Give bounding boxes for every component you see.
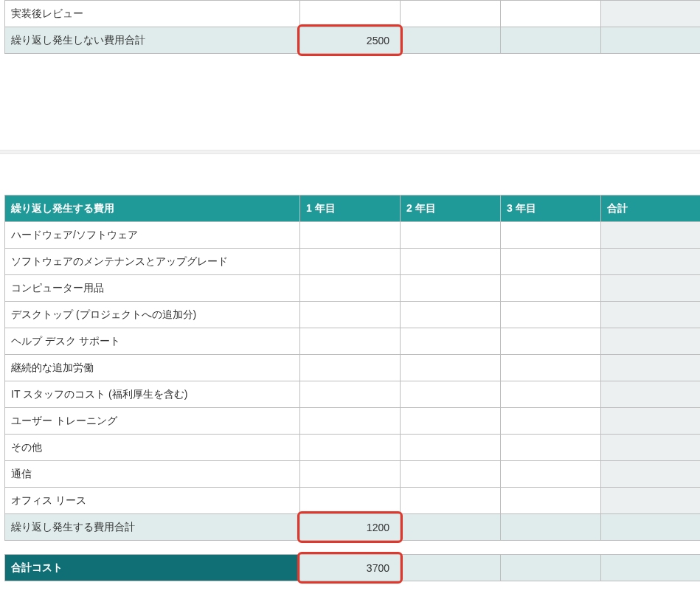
row-label[interactable]: ユーザー トレーニング [5, 408, 300, 435]
cell-y1[interactable] [300, 1, 401, 27]
cell-y1[interactable] [300, 355, 401, 381]
table-row: 通信 [5, 461, 701, 488]
grand-total-y3 [501, 555, 601, 581]
cell-y1[interactable] [300, 435, 401, 461]
header-y2: 2 年目 [401, 196, 501, 222]
cell-total [601, 435, 701, 461]
cell-total [601, 275, 701, 302]
row-label[interactable]: その他 [5, 435, 300, 461]
cell-y3[interactable] [501, 1, 601, 27]
subtotal-y2 [401, 514, 501, 541]
table-row: 継続的な追加労働 [5, 355, 701, 381]
cell-y1[interactable] [300, 275, 401, 302]
cell-y3[interactable] [501, 408, 601, 435]
table-row: オフィス リース [5, 488, 701, 514]
cell-y3[interactable] [501, 302, 601, 328]
cell-y2[interactable] [401, 381, 501, 408]
table-row: ソフトウェアのメンテナンスとアップグレード [5, 249, 701, 275]
table-row: ヘルプ デスク サポート [5, 328, 701, 355]
cell-y3[interactable] [501, 355, 601, 381]
grand-total-label: 合計コスト [5, 555, 300, 581]
cell-y2[interactable] [401, 461, 501, 488]
nonrecurring-subtotal-row: 繰り返し発生しない費用合計 2500 [5, 27, 701, 54]
cell-total [601, 328, 701, 355]
cell-y1[interactable] [300, 222, 401, 249]
subtotal-total [601, 27, 701, 54]
cell-y3[interactable] [501, 435, 601, 461]
cell-y1[interactable] [300, 408, 401, 435]
grand-total-table: 合計コスト 3700 [4, 554, 700, 581]
cell-y2[interactable] [401, 488, 501, 514]
grand-total-row: 合計コスト 3700 [5, 555, 701, 581]
cell-y1[interactable] [300, 328, 401, 355]
row-label[interactable]: 実装後レビュー [5, 1, 300, 27]
cell-y3[interactable] [501, 275, 601, 302]
cell-y3[interactable] [501, 488, 601, 514]
row-label[interactable]: IT スタッフのコスト (福利厚生を含む) [5, 381, 300, 408]
subtotal-y3 [501, 514, 601, 541]
table-row: その他 [5, 435, 701, 461]
table-row: 実装後レビュー [5, 1, 701, 27]
cell-y2[interactable] [401, 302, 501, 328]
cell-y2[interactable] [401, 355, 501, 381]
cell-total [601, 249, 701, 275]
nonrecurring-table: 実装後レビュー 繰り返し発生しない費用合計 2500 [4, 0, 700, 54]
row-label[interactable]: ヘルプ デスク サポート [5, 328, 300, 355]
row-label[interactable]: オフィス リース [5, 488, 300, 514]
subtotal-y1: 1200 [300, 514, 401, 541]
cell-total [601, 381, 701, 408]
table-row: コンピューター用品 [5, 275, 701, 302]
cell-y1[interactable] [300, 302, 401, 328]
cell-y3[interactable] [501, 381, 601, 408]
grand-total-y1: 3700 [300, 555, 401, 581]
header-title: 繰り返し発生する費用 [5, 196, 300, 222]
cell-total [601, 222, 701, 249]
cell-y2[interactable] [401, 328, 501, 355]
cell-y2[interactable] [401, 275, 501, 302]
cell-total [601, 488, 701, 514]
subtotal-total [601, 514, 701, 541]
row-label[interactable]: 通信 [5, 461, 300, 488]
cell-y2[interactable] [401, 222, 501, 249]
row-label[interactable]: コンピューター用品 [5, 275, 300, 302]
cell-y3[interactable] [501, 461, 601, 488]
cell-y1[interactable] [300, 249, 401, 275]
row-label[interactable]: ソフトウェアのメンテナンスとアップグレード [5, 249, 300, 275]
table-row: IT スタッフのコスト (福利厚生を含む) [5, 381, 701, 408]
cell-y3[interactable] [501, 249, 601, 275]
grand-total-total [601, 555, 701, 581]
cell-total [601, 1, 701, 27]
header-y3: 3 年目 [501, 196, 601, 222]
cell-y2[interactable] [401, 249, 501, 275]
subtotal-y1: 2500 [300, 27, 401, 54]
cell-y1[interactable] [300, 461, 401, 488]
table-row: ユーザー トレーニング [5, 408, 701, 435]
recurring-header-row: 繰り返し発生する費用 1 年目 2 年目 3 年目 合計 [5, 196, 701, 222]
cell-y3[interactable] [501, 328, 601, 355]
cell-y2[interactable] [401, 1, 501, 27]
subtotal-y3 [501, 27, 601, 54]
cell-total [601, 408, 701, 435]
row-label[interactable]: 継続的な追加労働 [5, 355, 300, 381]
cell-y1[interactable] [300, 488, 401, 514]
subtotal-label: 繰り返し発生する費用合計 [5, 514, 300, 541]
cell-total [601, 461, 701, 488]
header-y1: 1 年目 [300, 196, 401, 222]
subtotal-y2 [401, 27, 501, 54]
cell-total [601, 302, 701, 328]
cell-y2[interactable] [401, 435, 501, 461]
header-total: 合計 [601, 196, 701, 222]
recurring-subtotal-row: 繰り返し発生する費用合計 1200 [5, 514, 701, 541]
recurring-table: 繰り返し発生する費用 1 年目 2 年目 3 年目 合計 ハードウェア/ソフトウ… [4, 195, 700, 541]
grand-total-y2 [401, 555, 501, 581]
cell-y1[interactable] [300, 381, 401, 408]
cell-y2[interactable] [401, 408, 501, 435]
table-row: ハードウェア/ソフトウェア [5, 222, 701, 249]
table-row: デスクトップ (プロジェクトへの追加分) [5, 302, 701, 328]
row-label[interactable]: デスクトップ (プロジェクトへの追加分) [5, 302, 300, 328]
subtotal-label: 繰り返し発生しない費用合計 [5, 27, 300, 54]
cell-y3[interactable] [501, 222, 601, 249]
row-label[interactable]: ハードウェア/ソフトウェア [5, 222, 300, 249]
cell-total [601, 355, 701, 381]
